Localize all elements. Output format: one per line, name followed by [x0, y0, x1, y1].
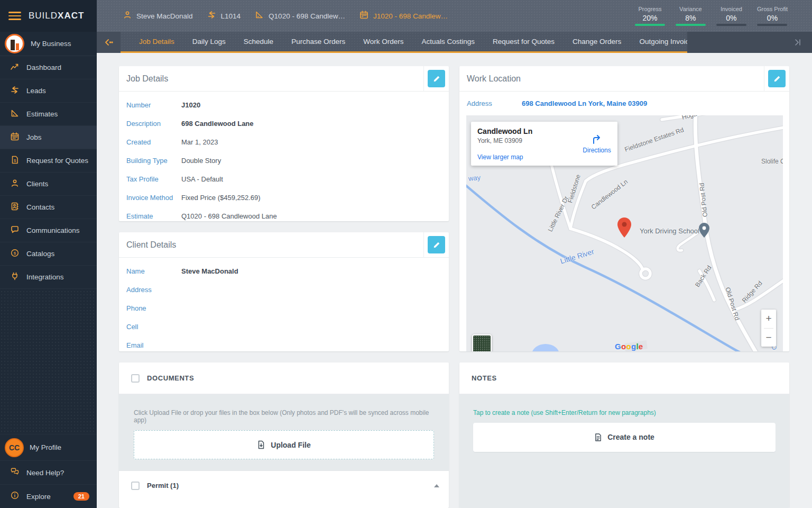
edit-job-details-button[interactable]	[428, 70, 445, 87]
edit-client-details-button[interactable]	[428, 236, 445, 253]
note-icon	[594, 433, 602, 442]
create-note-hint[interactable]: Tap to create a note (use Shift+Enter/Re…	[473, 409, 776, 416]
tab-actuals-costings[interactable]: Actuals Costings	[412, 32, 484, 51]
field-value: Q1020 - 698 Candlewood Lane	[181, 212, 277, 220]
field-label: Cell	[126, 323, 181, 331]
map-place-title: Candlewood Ln	[477, 127, 576, 135]
context-lead[interactable]: L1014	[207, 11, 241, 21]
tab-daily-logs[interactable]: Daily Logs	[183, 32, 235, 51]
sidebar-item-explore[interactable]: Explore 21	[0, 484, 97, 508]
sidebar-item-my-profile[interactable]: CC My Profile	[0, 434, 97, 460]
sidebar-item-my-business[interactable]: My Business	[0, 32, 97, 56]
tab-purchase-orders[interactable]: Purchase Orders	[282, 32, 354, 51]
directions-icon	[591, 133, 603, 145]
zoom-in-button[interactable]: +	[761, 310, 776, 328]
context-client[interactable]: Steve MacDonald	[123, 11, 193, 21]
directions-button[interactable]: Directions	[576, 122, 617, 166]
stat-value: 0%	[726, 14, 736, 22]
jobs-calendar-icon	[10, 132, 20, 143]
right-column: Work Location Address 698 Candlewood Ln …	[459, 66, 789, 508]
document-group-permit[interactable]: Permit (1)	[119, 470, 449, 500]
permit-group-checkbox[interactable]	[131, 482, 140, 490]
sidebar-item-need-help[interactable]: Need Help?	[0, 460, 97, 484]
documents-select-all-checkbox[interactable]	[131, 374, 140, 383]
sidebar-item-clients[interactable]: Clients	[0, 173, 97, 196]
tab-change-orders[interactable]: Change Orders	[564, 32, 630, 51]
job-tabbar: Job Details Daily Logs Schedule Purchase…	[97, 32, 812, 53]
zoom-out-button[interactable]: −	[761, 329, 776, 347]
stat-bar	[716, 24, 746, 26]
pencil-icon	[433, 241, 440, 249]
stat-label: Progress	[638, 6, 661, 12]
context-label: J1020 - 698 Candlew…	[373, 12, 448, 20]
avatar: CC	[5, 438, 24, 457]
tab-job-details[interactable]: Job Details	[130, 32, 183, 51]
field-label: Tax Profile	[126, 175, 181, 183]
sidebar-item-label: Jobs	[26, 133, 42, 141]
sidebar-item-request-for-quotes[interactable]: $ Request for Quotes	[0, 149, 97, 173]
contacts-icon	[10, 202, 20, 213]
collapse-back-button[interactable]	[97, 32, 121, 53]
sidebar-item-contacts[interactable]: Contacts	[0, 196, 97, 219]
hamburger-menu-icon[interactable]	[8, 12, 21, 20]
collapse-group-icon[interactable]	[434, 484, 439, 487]
scroll-tabs-right-icon[interactable]	[793, 38, 802, 47]
svg-text:$: $	[14, 251, 16, 256]
sidebar-item-label: Request for Quotes	[26, 157, 88, 165]
leads-icon	[10, 86, 20, 96]
field-row: CreatedMar 1, 2023	[119, 133, 449, 151]
stat-gross-profit: Gross Profit 0%	[757, 6, 788, 26]
create-note-button[interactable]: Create a note	[473, 423, 776, 452]
sidebar-item-dashboard[interactable]: Dashboard	[0, 56, 97, 79]
request-quotes-icon: $	[10, 156, 20, 166]
job-details-header: Job Details	[119, 66, 449, 92]
help-chat-icon	[10, 467, 20, 478]
sidebar-item-catalogs[interactable]: $ Catalogs	[0, 242, 97, 266]
satellite-view-toggle[interactable]	[472, 334, 492, 351]
sidebar-item-label: Explore	[26, 493, 51, 501]
tab-request-for-quotes[interactable]: Request for Quotes	[484, 32, 564, 51]
sidebar-item-label: Estimates	[26, 110, 58, 118]
documents-body: Click Upload File or drop your files in …	[119, 394, 449, 470]
google-map[interactable]: Hoga Fieldstone Estates Rd Slolife Cu wa…	[466, 115, 783, 351]
context-label: Q1020 - 698 Candlew…	[269, 12, 345, 20]
notes-card: NOTES Tap to create a note (use Shift+En…	[459, 362, 789, 508]
view-larger-map-link[interactable]: View larger map	[477, 153, 523, 161]
sidebar-item-label: Dashboard	[26, 64, 61, 71]
notes-header: NOTES	[459, 362, 789, 394]
integrations-plug-icon	[10, 272, 20, 283]
sidebar-item-label: Leads	[26, 87, 46, 95]
field-label: Estimate	[126, 212, 181, 220]
map-poi-label: York Driving School	[640, 227, 699, 235]
explore-count-badge: 21	[73, 492, 89, 501]
pencil-icon	[433, 75, 440, 83]
sidebar-item-integrations[interactable]: Integrations	[0, 266, 97, 289]
edit-work-location-button[interactable]	[768, 70, 786, 87]
sidebar-texture	[0, 290, 96, 434]
upload-file-dropzone[interactable]: Upload File	[134, 430, 434, 459]
sidebar-item-estimates[interactable]: Estimates	[0, 103, 97, 126]
sidebar-item-jobs[interactable]: Jobs	[0, 126, 97, 149]
job-stats: Progress 20% Variance 8% Invoiced 0% Gro…	[635, 6, 812, 26]
field-value: Double Story	[181, 157, 221, 165]
context-label: Steve MacDonald	[136, 12, 193, 20]
field-row: Address	[119, 280, 449, 299]
tab-schedule[interactable]: Schedule	[235, 32, 282, 51]
sidebar-item-leads[interactable]: Leads	[0, 79, 97, 103]
tab-work-orders[interactable]: Work Orders	[354, 32, 412, 51]
pencil-icon	[773, 75, 781, 83]
section-title: DOCUMENTS	[147, 374, 194, 382]
notes-body: Tap to create a note (use Shift+Enter/Re…	[459, 394, 789, 508]
map-water-label: way	[468, 174, 481, 183]
context-job[interactable]: J1020 - 698 Candlew…	[359, 11, 448, 21]
sidebar-item-label: Catalogs	[26, 250, 54, 258]
field-value: 698 Candlewood Lane	[181, 120, 254, 128]
context-estimate[interactable]: Q1020 - 698 Candlew…	[255, 11, 345, 21]
logo-bar: BUILDXACT	[0, 0, 97, 32]
context-breadcrumb: Steve MacDonald L1014 Q1020 - 698 Candle…	[97, 11, 448, 21]
card-title: Job Details	[119, 74, 168, 84]
business-logo-icon	[5, 34, 24, 53]
work-address-link[interactable]: 698 Candlewood Ln York, Maine 03909	[522, 99, 647, 107]
sidebar-item-communications[interactable]: Communications	[0, 219, 97, 242]
upload-file-icon	[257, 440, 265, 449]
